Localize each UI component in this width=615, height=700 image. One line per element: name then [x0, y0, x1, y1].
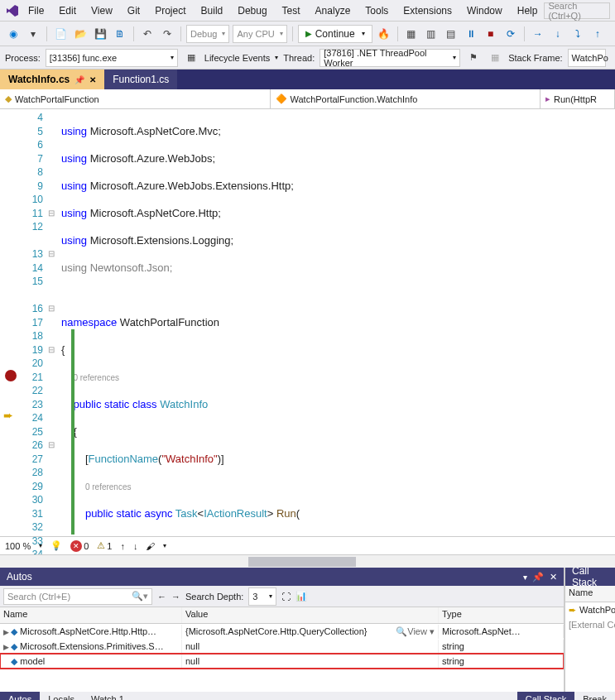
cs-row[interactable]: [External Code [565, 617, 615, 632]
menu-project[interactable]: Project [148, 2, 192, 19]
editor-scrollbar-h[interactable] [0, 554, 615, 568]
col-type[interactable]: Type [439, 607, 564, 623]
fold-column[interactable]: ⊟⊟⊟⊟⊟ [48, 109, 61, 536]
depth-select[interactable]: 3▾ [248, 587, 276, 606]
tab-watchinfo[interactable]: WatchInfo.cs 📌 ✕ [0, 70, 104, 89]
cs-col-name[interactable]: Name [565, 586, 615, 602]
tb-icon-3[interactable]: ▤ [443, 26, 459, 42]
code-area[interactable]: using Microsoft.AspNetCore.Mvc; using Mi… [61, 109, 615, 536]
menu-view[interactable]: View [84, 2, 119, 19]
open-icon[interactable]: 📂 [72, 26, 89, 42]
tab-function1[interactable]: Function1.cs [104, 70, 177, 89]
hot-reload-icon[interactable]: 🔥 [376, 26, 392, 42]
close-icon[interactable]: ✕ [550, 572, 557, 583]
thread-select[interactable]: [37816] .NET ThreadPool Worker▾ [320, 49, 460, 67]
brush-icon[interactable]: 🖌 [146, 541, 155, 551]
debug-location-bar: Process: [31356] func.exe▾ ▦ Lifecycle E… [0, 46, 615, 70]
callstack-title-bar[interactable]: Call Stack [565, 568, 615, 586]
autos-title: Autos [7, 571, 32, 583]
tb-icon-2[interactable]: ▥ [423, 26, 440, 42]
menu-git[interactable]: Git [121, 2, 147, 19]
codelens[interactable]: 0 references [85, 482, 132, 491]
document-tabs: WatchInfo.cs 📌 ✕ Function1.cs [0, 70, 615, 89]
lifecycle-label[interactable]: Lifecycle Events [204, 53, 270, 63]
step-out-icon[interactable]: ↑ [589, 26, 606, 42]
redo-icon[interactable]: ↷ [159, 26, 175, 42]
save-all-icon[interactable]: 🗎 [112, 26, 128, 42]
nav-fwd-icon[interactable]: ▾ [25, 26, 41, 42]
autos-row[interactable]: ▶◆ Microsoft.AspNetCore.Http.Http… {Micr… [0, 624, 564, 639]
error-count[interactable]: ✕0 [70, 540, 89, 552]
breakpoint-icon[interactable] [5, 370, 17, 381]
menu-file[interactable]: File [22, 2, 50, 19]
close-icon[interactable]: ✕ [89, 75, 96, 84]
lifecycle-icon[interactable]: ▦ [183, 50, 199, 66]
pin-icon[interactable]: 📌 [74, 75, 84, 84]
step-next-icon[interactable]: → [530, 26, 546, 42]
menu-edit[interactable]: Edit [52, 2, 83, 19]
nav-fwd-icon[interactable]: → [171, 592, 180, 602]
autos-row[interactable]: ▶◆ Microsoft.Extensions.Primitives.S… nu… [0, 639, 564, 654]
change-indicator [71, 329, 74, 535]
lightbulb-icon[interactable]: 💡 [50, 540, 62, 551]
new-item-icon[interactable]: 📄 [52, 26, 69, 42]
nav-up-icon[interactable]: ↑ [120, 541, 125, 551]
pin-icon[interactable]: 📌 [532, 572, 544, 583]
autos-title-bar[interactable]: Autos ▾ 📌 ✕ [0, 568, 564, 586]
tb-icon-1[interactable]: ▦ [403, 26, 420, 42]
code-text: "get" [311, 535, 334, 537]
autos-grid[interactable]: Name Value Type ▶◆ Microsoft.AspNetCore.… [0, 607, 564, 692]
chevron-down-icon[interactable]: ▾ [523, 573, 527, 582]
pause-icon[interactable]: ⏸ [463, 26, 479, 42]
expr-icon[interactable]: 📊 [295, 591, 307, 602]
menu-build[interactable]: Build [195, 2, 230, 19]
tool-window-tabs: Autos Locals Watch 1 Call Stack Break [0, 692, 615, 700]
nav-project[interactable]: ◆WatchPortalFunction [0, 89, 271, 108]
process-label: Process: [5, 53, 41, 63]
menu-test[interactable]: Test [276, 2, 307, 19]
cs-row[interactable]: ➨WatchPortalFu [565, 602, 615, 617]
menu-window[interactable]: Window [460, 2, 509, 19]
col-value[interactable]: Value [182, 607, 439, 623]
tab-locals[interactable]: Locals [40, 692, 83, 700]
code-editor[interactable]: ➨ 45678910111213141516171819202122232425… [0, 109, 615, 536]
step-into-icon[interactable]: ↓ [550, 26, 566, 42]
flag-icon[interactable]: ⚑ [465, 50, 482, 66]
config-select[interactable]: Debug▾ [186, 25, 229, 43]
codelens[interactable]: 0 references [73, 373, 119, 382]
menu-extensions[interactable]: Extensions [396, 2, 459, 19]
code-text: Newtonsoft.Json; [90, 261, 173, 274]
code-text: "post" [340, 535, 368, 537]
tab-watch1[interactable]: Watch 1 [83, 692, 132, 700]
tab-callstack[interactable]: Call Stack [517, 692, 575, 700]
frame-select[interactable]: WatchPo [568, 49, 606, 67]
nav-back-icon[interactable]: ← [157, 592, 166, 602]
col-name[interactable]: Name [0, 607, 182, 623]
menu-help[interactable]: Help [511, 2, 545, 19]
threads-icon[interactable]: ▦ [487, 50, 503, 66]
menu-debug[interactable]: Debug [231, 2, 273, 19]
process-select[interactable]: [31356] func.exe▾ [46, 49, 178, 67]
menu-tools[interactable]: Tools [358, 2, 395, 19]
nav-back-icon[interactable]: ◉ [5, 26, 22, 42]
tab-autos[interactable]: Autos [0, 692, 40, 700]
undo-icon[interactable]: ↶ [139, 26, 156, 42]
autos-search-input[interactable]: Search (Ctrl+E)🔍▾ [3, 588, 152, 605]
autos-row-highlighted[interactable]: ◆ model null string [0, 654, 564, 669]
nav-class[interactable]: 🔶WatchPortalFunction.WatchInfo [271, 89, 541, 108]
glyph-margin[interactable]: ➨ [0, 109, 23, 536]
nav-down-icon[interactable]: ↓ [133, 541, 138, 551]
tab-breakpoints[interactable]: Break [574, 692, 615, 700]
stop-icon[interactable]: ■ [483, 26, 499, 42]
warning-count[interactable]: ⚠1 [97, 540, 112, 551]
step-over-icon[interactable]: ⤵ [569, 26, 586, 42]
menu-analyze[interactable]: Analyze [309, 2, 358, 19]
platform-select[interactable]: Any CPU▾ [233, 25, 286, 43]
nav-member[interactable]: ▸Run(HttpR [541, 89, 615, 108]
continue-button[interactable]: ▶Continue▾ [298, 25, 372, 43]
filter-icon[interactable]: ⛶ [281, 592, 291, 602]
zoom-level[interactable]: 100 % [5, 541, 31, 551]
restart-icon[interactable]: ⟳ [502, 26, 519, 42]
global-search-input[interactable]: Search (Ctrl+Q) [544, 2, 610, 19]
save-icon[interactable]: 💾 [92, 26, 108, 42]
